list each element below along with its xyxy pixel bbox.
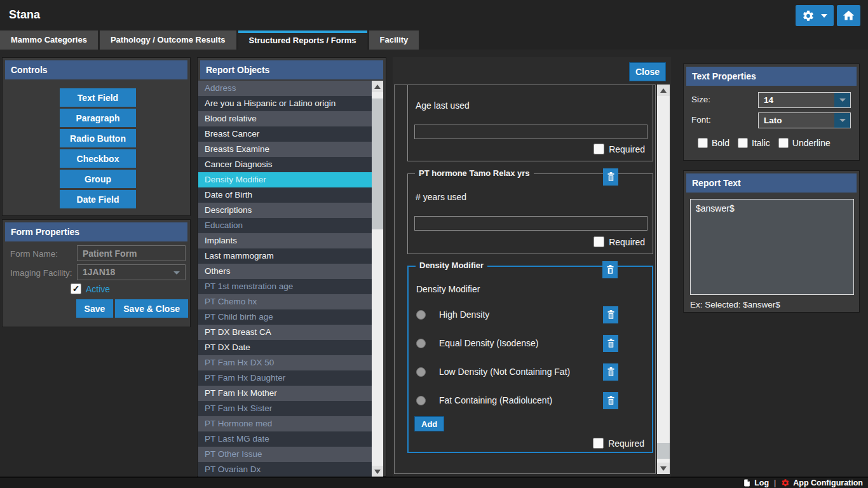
report-object-item-address[interactable]: Address: [198, 81, 372, 96]
report-object-item-are-you-a-hispanic-or-latino-origin[interactable]: Are you a Hispanic or Latino origin: [198, 96, 372, 111]
bold-checkbox[interactable]: [698, 138, 708, 148]
tab-structured-reports-forms[interactable]: Structured Reports / Forms: [238, 30, 367, 50]
required-checkbox[interactable]: [593, 438, 604, 449]
report-text-header: Report Text: [686, 173, 857, 193]
delete-option-button[interactable]: [603, 335, 618, 352]
report-object-item-pt-chemo-hx[interactable]: PT Chemo hx: [198, 294, 372, 309]
report-text-example: Ex: Selected: $answer$: [690, 300, 780, 309]
report-object-item-pt-fam-hx-daughter[interactable]: PT Fam Hx Daughter: [198, 370, 372, 386]
control-button-date-field[interactable]: Date Field: [60, 190, 136, 208]
trash-icon: [606, 338, 616, 349]
scrollbar-thumb[interactable]: [372, 98, 383, 229]
report-object-item-pt-dx-breast-ca[interactable]: PT DX Breast CA: [198, 325, 372, 340]
control-button-text-field[interactable]: Text Field: [60, 88, 136, 107]
radio-button[interactable]: [416, 339, 426, 348]
report-object-item-date-of-birth[interactable]: Date of Birth: [198, 187, 372, 203]
font-style-row: BoldItalicUnderline: [698, 138, 831, 148]
age-last-used-input[interactable]: [414, 125, 648, 139]
required-checkbox[interactable]: [593, 236, 604, 247]
font-label: Font:: [691, 115, 711, 125]
radio-button[interactable]: [416, 396, 426, 405]
delete-group-button[interactable]: [602, 261, 618, 278]
report-object-item-pt-dx-date[interactable]: PT DX Date: [198, 340, 372, 355]
control-button-radio-button[interactable]: Radio Button: [60, 129, 136, 147]
form-canvas-scrollbar[interactable]: [657, 85, 670, 474]
form-name-label: Form Name:: [10, 249, 58, 259]
required-checkbox[interactable]: [593, 144, 604, 154]
log-label: Log: [754, 478, 769, 487]
settings-menu-button[interactable]: [796, 5, 834, 26]
report-object-item-pt-ovarian-dx[interactable]: PT Ovarian Dx: [198, 462, 372, 477]
log-button[interactable]: Log: [743, 478, 769, 487]
report-object-item-others[interactable]: Others: [198, 264, 372, 279]
radio-option-row: Equal Density (Isodense): [416, 335, 645, 351]
tab-mammo-categories[interactable]: Mammo Categories: [0, 30, 98, 50]
control-button-paragraph[interactable]: Paragraph: [60, 109, 136, 127]
imaging-facility-select[interactable]: 1JAN18: [77, 264, 186, 280]
underline-checkbox[interactable]: [778, 138, 789, 148]
report-object-item-pt-fam-hx-dx-50[interactable]: PT Fam Hx DX 50: [198, 355, 372, 370]
scroll-down-arrow[interactable]: [372, 466, 383, 477]
report-object-item-pt-other-issue[interactable]: PT Other Issue: [198, 447, 372, 462]
group-legend: Density Modifier: [416, 261, 487, 270]
form-group-age-last-used[interactable]: Age last used Required: [407, 85, 653, 161]
report-object-item-density-modifier[interactable]: Density Modifier: [198, 172, 372, 187]
report-object-item-cancer-diagnosis[interactable]: Cancer Diagnosis: [198, 157, 372, 172]
control-button-group[interactable]: Group: [60, 170, 136, 188]
tab-bar: Mammo CategoriesPathology / Outcome Resu…: [0, 30, 868, 50]
report-text-area[interactable]: $answer$: [690, 199, 854, 295]
app-title: Stana: [9, 8, 40, 22]
triangle-down-icon: [660, 466, 667, 471]
trash-icon: [606, 309, 616, 320]
active-checkbox[interactable]: ✓: [71, 283, 81, 294]
italic-checkbox[interactable]: [738, 138, 748, 148]
underline-option: Underline: [778, 138, 831, 148]
save-button[interactable]: Save: [76, 299, 114, 318]
app-configuration-button[interactable]: App Configuration: [781, 478, 863, 487]
control-button-checkbox[interactable]: Checkbox: [60, 149, 136, 168]
trash-icon: [606, 172, 616, 182]
radio-button[interactable]: [416, 367, 426, 377]
report-object-item-blood-relative[interactable]: Blood relative: [198, 111, 372, 126]
form-group-density-modifier[interactable]: Density Modifier Density Modifier High D…: [407, 266, 653, 453]
delete-option-button[interactable]: [603, 306, 618, 323]
report-object-item-pt-1st-menstration-age[interactable]: PT 1st menstration age: [198, 279, 372, 294]
scrollbar-thumb[interactable]: [657, 443, 670, 459]
report-objects-list: AddressAre you a Hispanic or Latino orig…: [198, 81, 372, 477]
report-object-item-breast-cancer[interactable]: Breast Cancer: [198, 126, 372, 142]
report-object-item-pt-hormone-med[interactable]: PT Hormone med: [198, 416, 372, 431]
report-object-item-implants[interactable]: Implants: [198, 233, 372, 248]
scroll-down-arrow[interactable]: [657, 463, 670, 474]
text-properties-panel: Text Properties Size: 14 Font: Lato Bold…: [683, 64, 860, 161]
italic-label: Italic: [752, 138, 770, 148]
add-option-button[interactable]: Add: [414, 416, 444, 431]
form-properties-panel: Form Properties Form Name: Imaging Facil…: [2, 219, 191, 327]
delete-option-button[interactable]: [603, 392, 618, 409]
report-object-item-pt-last-mg-date[interactable]: PT Last MG date: [198, 431, 372, 447]
report-object-item-pt-fam-hx-sister[interactable]: PT Fam Hx Sister: [198, 401, 372, 416]
scroll-up-arrow[interactable]: [372, 81, 383, 92]
tab-pathology-outcome-results[interactable]: Pathology / Outcome Results: [100, 30, 236, 50]
underline-label: Underline: [792, 138, 831, 148]
close-button[interactable]: Close: [629, 62, 666, 81]
tab-facility[interactable]: Facility: [369, 30, 419, 50]
report-object-item-education[interactable]: Education: [198, 218, 372, 233]
report-objects-scrollbar[interactable]: [372, 81, 383, 477]
home-button[interactable]: [837, 5, 860, 26]
report-object-item-descriptions[interactable]: Descriptions: [198, 203, 372, 218]
chevron-down-icon: [834, 93, 850, 107]
delete-option-button[interactable]: [603, 363, 618, 381]
report-object-item-pt-fam-hx-mother[interactable]: PT Fam Hx Mother: [198, 386, 372, 401]
form-group-pt-hormone-tamo-relax-yrs[interactable]: PT hormone Tamo Relax yrs # years used R…: [407, 173, 653, 254]
save-close-button[interactable]: Save & Close: [115, 299, 188, 318]
font-select[interactable]: Lato: [758, 112, 851, 128]
years-used-input[interactable]: [414, 216, 648, 231]
report-object-item-last-mammogram[interactable]: Last mammogram: [198, 248, 372, 264]
scroll-up-arrow[interactable]: [657, 85, 670, 96]
report-object-item-breasts-examine[interactable]: Breasts Examine: [198, 142, 372, 157]
report-object-item-pt-child-birth-age[interactable]: PT Child birth age: [198, 309, 372, 325]
size-select[interactable]: 14: [758, 92, 851, 108]
radio-button[interactable]: [416, 310, 426, 320]
form-name-input[interactable]: [77, 245, 186, 261]
delete-group-button[interactable]: [603, 168, 618, 186]
